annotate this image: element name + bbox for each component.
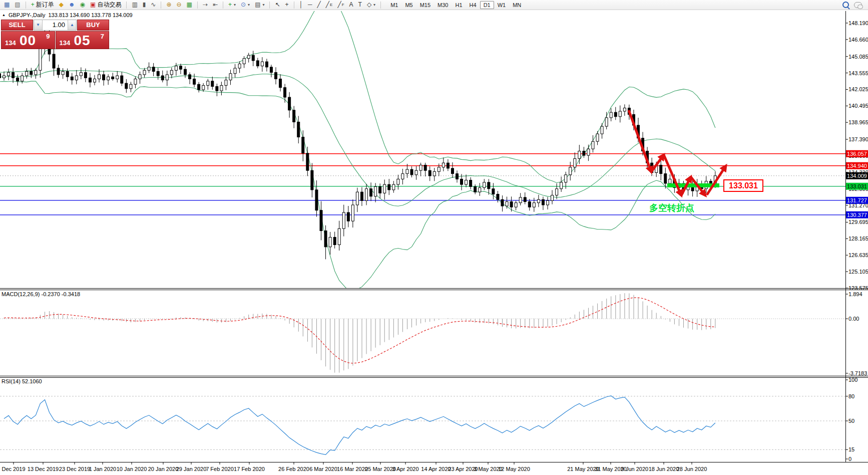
svg-text:146.660: 146.660 bbox=[848, 37, 868, 43]
price-chart[interactable]: 133.031多空转折点148.190146.660145.085143.555… bbox=[0, 0, 868, 475]
svg-text:123.575: 123.575 bbox=[848, 285, 868, 291]
search-icon[interactable] bbox=[842, 2, 849, 8]
trendline-icon[interactable]: ╱ bbox=[315, 0, 323, 10]
profiles-icon[interactable]: ▧ bbox=[13, 0, 22, 10]
one-click-trading-panel: SELL ▼ 1.00 ▲ BUY 134 00 9 134 05 7 bbox=[1, 20, 109, 49]
volume-increase-button[interactable]: ▲ bbox=[68, 20, 76, 30]
svg-text:125.105: 125.105 bbox=[848, 269, 868, 275]
svg-text:137.390: 137.390 bbox=[848, 136, 868, 142]
auto-scroll-icon[interactable]: ⇢ bbox=[201, 0, 210, 10]
toolbar-separator bbox=[161, 2, 161, 9]
chart-symbol-header: ▲ GBPJPY-,Daily 133.813 134.690 133.778 … bbox=[2, 12, 133, 18]
svg-text:29 Jan 2020: 29 Jan 2020 bbox=[176, 466, 207, 472]
arrows-icon[interactable]: ◇▾ bbox=[365, 0, 377, 10]
svg-text:18 Jun 2020: 18 Jun 2020 bbox=[649, 466, 679, 472]
indicators-icon[interactable]: +▾ bbox=[226, 0, 238, 10]
bar-chart-icon[interactable]: ▥ bbox=[130, 0, 139, 10]
toolbar-separator bbox=[223, 2, 223, 9]
volume-decrease-button[interactable]: ▼ bbox=[34, 20, 43, 30]
templates-icon[interactable]: ▤▾ bbox=[253, 0, 266, 10]
axis-badge-136.057: 136.057 bbox=[846, 150, 868, 157]
crosshair-icon[interactable]: + bbox=[283, 0, 291, 10]
buy-button[interactable]: BUY bbox=[77, 20, 109, 31]
svg-text:142.025: 142.025 bbox=[848, 86, 868, 92]
svg-text:13 Dec 2019: 13 Dec 2019 bbox=[28, 466, 59, 472]
chart-background bbox=[0, 10, 868, 475]
periods-icon[interactable]: ⊙▾ bbox=[239, 0, 252, 10]
rsi-label: RSI(14) 52.1060 bbox=[2, 378, 42, 384]
sell-price-prefix: 134 bbox=[5, 39, 16, 47]
vertical-line-icon[interactable]: │ bbox=[297, 0, 305, 10]
sell-price-big: 00 bbox=[20, 33, 36, 49]
timeframe-h4[interactable]: H4 bbox=[466, 1, 480, 9]
chart-shift-icon[interactable]: ⇤ bbox=[211, 0, 220, 10]
buy-price-prefix: 134 bbox=[60, 39, 71, 47]
svg-text:80: 80 bbox=[848, 393, 854, 399]
chat-icon[interactable] bbox=[854, 2, 862, 8]
axis-badge-130.377: 130.377 bbox=[846, 211, 868, 218]
svg-text:0.00: 0.00 bbox=[848, 316, 859, 322]
svg-text:134.009: 134.009 bbox=[847, 173, 867, 179]
autotrading-icon[interactable]: ▣自动交易 bbox=[88, 0, 123, 10]
svg-text:126.635: 126.635 bbox=[848, 252, 868, 258]
svg-text:26 Feb 2020: 26 Feb 2020 bbox=[278, 466, 309, 472]
svg-text:148.190: 148.190 bbox=[848, 20, 868, 26]
timeframe-m1[interactable]: M1 bbox=[387, 1, 401, 9]
label-icon[interactable]: T bbox=[356, 0, 364, 10]
toolbar-separator bbox=[197, 2, 198, 9]
svg-text:10 Jan 2020: 10 Jan 2020 bbox=[117, 466, 147, 472]
horizontal-line-icon[interactable]: ─ bbox=[306, 0, 314, 10]
svg-text:129.695: 129.695 bbox=[848, 219, 868, 225]
fibonacci-icon[interactable]: ╱F bbox=[335, 0, 346, 10]
toolbar-separator bbox=[26, 2, 26, 9]
timeframe-d1[interactable]: D1 bbox=[480, 1, 494, 9]
timeframe-w1[interactable]: W1 bbox=[494, 1, 510, 9]
buy-price-button[interactable]: 134 05 7 bbox=[56, 31, 110, 49]
timeframe-m15[interactable]: M15 bbox=[416, 1, 434, 9]
svg-text:134.940: 134.940 bbox=[847, 163, 867, 169]
svg-text:23 Dec 2019: 23 Dec 2019 bbox=[59, 466, 90, 472]
macd-label: MACD(12,26,9) -0.2370 -0.3418 bbox=[2, 291, 80, 297]
toolbar-separator bbox=[126, 2, 127, 9]
svg-text:Dec 2019: Dec 2019 bbox=[2, 466, 25, 472]
buy-price-sup: 7 bbox=[101, 33, 104, 40]
timeframe-toolbar: M1M5M15M30H1H4D1W1MN bbox=[387, 1, 525, 9]
svg-text:3 Apr 2020: 3 Apr 2020 bbox=[392, 466, 418, 472]
tile-windows-icon[interactable]: ▦ bbox=[185, 0, 194, 10]
svg-text:6 Mar 2020: 6 Mar 2020 bbox=[309, 466, 337, 472]
line-chart-icon[interactable]: ∿ bbox=[149, 0, 158, 10]
metaeditor-icon[interactable]: ◆ bbox=[57, 0, 66, 10]
market-watch-icon[interactable]: ☻ bbox=[67, 0, 77, 10]
oneclick-collapse-arrow[interactable]: ▲ bbox=[2, 13, 6, 17]
svg-text:20 Jan 2020: 20 Jan 2020 bbox=[148, 466, 179, 472]
annotation-note: 多空转折点 bbox=[649, 203, 694, 213]
timeframe-m30[interactable]: M30 bbox=[434, 1, 452, 9]
cursor-icon[interactable]: ↖ bbox=[273, 0, 282, 10]
svg-text:130.377: 130.377 bbox=[847, 212, 867, 218]
svg-text:0: 0 bbox=[848, 456, 851, 462]
new-order-icon[interactable]: +新订单 bbox=[29, 0, 56, 10]
toolbar-right-icons bbox=[842, 2, 866, 8]
sell-price-button[interactable]: 134 00 9 bbox=[1, 31, 55, 49]
svg-text:1 Jan 2020: 1 Jan 2020 bbox=[89, 466, 116, 472]
text-icon[interactable]: A bbox=[347, 0, 355, 10]
sell-button[interactable]: SELL bbox=[1, 20, 33, 31]
zoom-in-icon[interactable]: ⊕ bbox=[164, 0, 173, 10]
svg-text:50: 50 bbox=[848, 418, 854, 424]
candlestick-chart-icon[interactable]: ▮ bbox=[141, 0, 148, 10]
new-chart-icon[interactable]: ▦ bbox=[2, 0, 12, 10]
svg-text:14 Apr 2020: 14 Apr 2020 bbox=[421, 466, 451, 472]
timeframe-h1[interactable]: H1 bbox=[452, 1, 466, 9]
signal-icon[interactable]: ◉ bbox=[78, 0, 87, 10]
axis-badge-133.031: 133.031 bbox=[846, 183, 868, 190]
svg-text:1.894: 1.894 bbox=[848, 291, 862, 297]
zoom-out-icon[interactable]: ⊖ bbox=[174, 0, 183, 10]
toolbar-separator bbox=[380, 2, 381, 9]
svg-text:25 Mar 2020: 25 Mar 2020 bbox=[365, 466, 396, 472]
svg-text:133.031: 133.031 bbox=[847, 183, 867, 189]
timeframe-mn[interactable]: MN bbox=[509, 1, 525, 9]
svg-text:28 Jun 2020: 28 Jun 2020 bbox=[677, 466, 707, 472]
channel-icon[interactable]: ╱E bbox=[324, 0, 335, 10]
volume-input[interactable]: 1.00 bbox=[43, 20, 68, 30]
timeframe-m5[interactable]: M5 bbox=[401, 1, 416, 9]
